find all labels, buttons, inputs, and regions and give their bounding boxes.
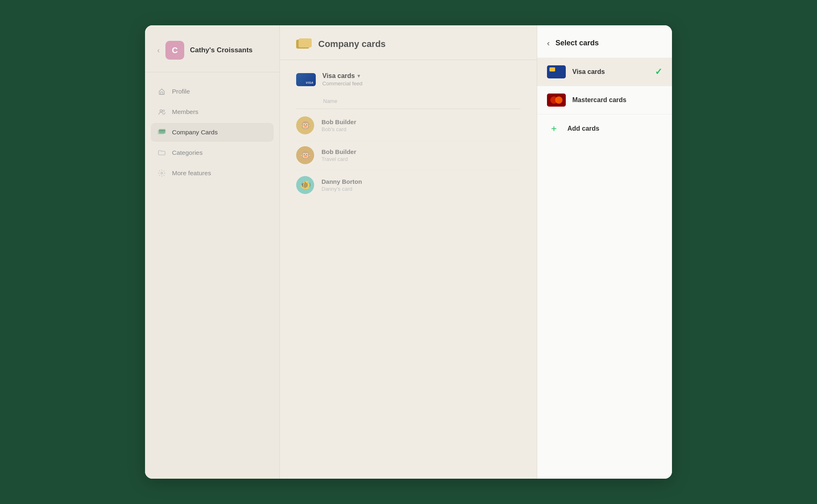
sidebar-item-profile-label: Profile [172, 88, 190, 95]
chevron-down-icon: ▾ [357, 73, 360, 79]
svg-point-1 [160, 110, 162, 112]
svg-rect-0 [161, 92, 163, 94]
page-title: Company cards [318, 39, 386, 49]
card-info: Bob Builder Bob's card [321, 118, 356, 132]
folder-icon [157, 148, 166, 157]
sidebar-item-members[interactable]: Members [151, 103, 274, 121]
card-subtitle: Bob's card [321, 126, 356, 132]
sidebar-item-more-features[interactable]: More features [151, 164, 274, 183]
mastercard-option-icon [547, 94, 566, 107]
gear-icon [157, 169, 166, 178]
sidebar-item-categories[interactable]: Categories [151, 143, 274, 162]
add-cards-option[interactable]: + Add cards [537, 114, 672, 143]
card-subtitle: Travel card [321, 156, 356, 162]
company-name: Cathy's Croissants [190, 46, 252, 54]
company-cards-header-icon [296, 38, 312, 50]
main-content: Company cards Visa cards ▾ Commercial fe… [280, 25, 537, 479]
members-icon [157, 107, 166, 116]
main-header: Company cards [280, 25, 537, 60]
sidebar-nav: Profile Members [145, 72, 279, 192]
avatar: 🐵 [296, 146, 314, 164]
visa-option-icon [547, 65, 566, 78]
cards-icon [157, 128, 166, 137]
visa-header: Visa cards ▾ Commercial feed [296, 72, 520, 87]
plus-icon: + [547, 122, 561, 136]
company-avatar: C [165, 41, 184, 60]
select-cards-title: Select cards [556, 39, 599, 47]
mastercard-option-label: Mastercard cards [572, 96, 627, 104]
card-holder-name: Bob Builder [321, 148, 356, 155]
add-cards-label: Add cards [567, 125, 599, 132]
sidebar-item-company-cards[interactable]: Company Cards [151, 123, 274, 142]
avatar: 🐠 [296, 176, 314, 194]
visa-cards-option[interactable]: Visa cards ✓ [537, 58, 672, 86]
right-panel-header: ‹ Select cards [537, 25, 672, 58]
main-body: Visa cards ▾ Commercial feed Name 🐵 Bob … [280, 60, 537, 479]
sidebar-item-members-label: Members [172, 108, 199, 116]
table-header: Name [296, 95, 520, 109]
back-button[interactable]: ‹ [157, 46, 160, 55]
visa-label-button[interactable]: Visa cards ▾ [322, 72, 362, 80]
card-row[interactable]: 🐵 Bob Builder Travel card [296, 140, 520, 170]
sidebar-item-more-features-label: More features [172, 169, 211, 177]
avatar: 🐵 [296, 116, 314, 134]
sidebar-item-company-cards-label: Company Cards [172, 129, 218, 136]
check-icon: ✓ [655, 67, 662, 77]
card-holder-name: Danny Borton [321, 178, 362, 185]
home-icon [157, 87, 166, 96]
card-row[interactable]: 🐵 Bob Builder Bob's card [296, 111, 520, 140]
svg-point-6 [161, 172, 163, 174]
visa-header-text: Visa cards ▾ Commercial feed [322, 72, 362, 87]
visa-option-label: Visa cards [572, 68, 605, 76]
sidebar-item-profile[interactable]: Profile [151, 82, 274, 101]
sidebar-header: ‹ C Cathy's Croissants [145, 25, 279, 72]
card-row[interactable]: 🐠 Danny Borton Danny's card [296, 170, 520, 200]
app-container: ‹ C Cathy's Croissants Profile [145, 25, 672, 479]
card-subtitle: Danny's card [321, 186, 362, 192]
svg-rect-4 [159, 129, 165, 134]
card-info: Danny Borton Danny's card [321, 178, 362, 192]
sidebar: ‹ C Cathy's Croissants Profile [145, 25, 280, 479]
back-arrow-button[interactable]: ‹ [547, 38, 550, 48]
svg-rect-5 [159, 130, 165, 131]
visa-section: Visa cards ▾ Commercial feed Name 🐵 Bob … [296, 72, 520, 200]
right-panel: ‹ Select cards Visa cards ✓ Mastercard c… [537, 25, 672, 479]
card-holder-name: Bob Builder [321, 118, 356, 125]
visa-sublabel: Commercial feed [322, 80, 362, 87]
visa-card-icon [296, 73, 316, 86]
card-info: Bob Builder Travel card [321, 148, 356, 162]
sidebar-item-categories-label: Categories [172, 149, 203, 156]
table-header-name: Name [296, 98, 337, 104]
mastercard-cards-option[interactable]: Mastercard cards [537, 86, 672, 114]
svg-point-2 [163, 110, 165, 112]
